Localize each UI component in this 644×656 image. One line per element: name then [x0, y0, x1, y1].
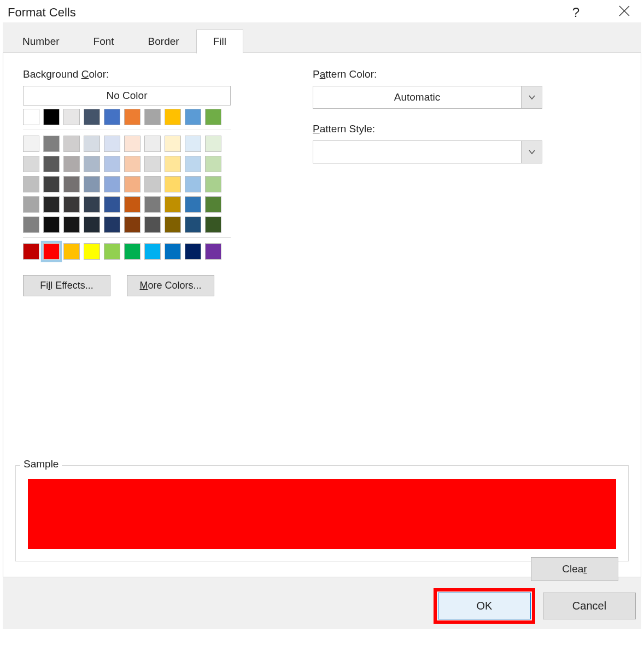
color-swatch[interactable] [185, 109, 201, 125]
tab-bar: Number Font Border Fill [3, 22, 641, 53]
help-icon[interactable]: ? [572, 5, 585, 20]
no-color-button[interactable]: No Color [23, 86, 231, 106]
color-swatch[interactable] [144, 176, 161, 192]
color-swatch[interactable] [104, 136, 120, 152]
color-swatch[interactable] [63, 156, 80, 172]
color-swatch[interactable] [165, 243, 181, 260]
color-swatch[interactable] [185, 216, 201, 233]
chevron-down-icon[interactable] [521, 141, 542, 163]
color-swatch[interactable] [144, 243, 161, 260]
theme-shade-row [23, 136, 231, 152]
color-swatch[interactable] [84, 243, 100, 260]
color-swatch[interactable] [23, 196, 39, 213]
color-swatch[interactable] [63, 176, 80, 192]
cancel-button[interactable]: Cancel [543, 593, 636, 619]
clear-button[interactable]: Clear [531, 557, 618, 581]
color-swatch[interactable] [43, 243, 60, 260]
tab-fill[interactable]: Fill [196, 30, 243, 54]
color-swatch[interactable] [23, 136, 39, 152]
color-swatch[interactable] [165, 136, 181, 152]
color-swatch[interactable] [63, 196, 80, 213]
color-swatch[interactable] [104, 196, 120, 213]
color-swatch[interactable] [124, 109, 140, 125]
color-swatch[interactable] [104, 109, 120, 125]
color-swatch[interactable] [84, 196, 100, 213]
more-colors-button[interactable]: More Colors... [127, 275, 214, 296]
color-swatch[interactable] [43, 176, 60, 192]
color-swatch[interactable] [185, 196, 201, 213]
color-swatch[interactable] [63, 243, 80, 260]
color-swatch[interactable] [43, 156, 60, 172]
theme-shade-row [23, 216, 231, 233]
color-swatch[interactable] [185, 156, 201, 172]
color-swatch[interactable] [43, 196, 60, 213]
color-swatch[interactable] [23, 243, 39, 260]
label-accelerator: C [81, 68, 89, 80]
color-swatch[interactable] [84, 156, 100, 172]
color-swatch[interactable] [185, 176, 201, 192]
theme-row [23, 109, 231, 125]
color-swatch[interactable] [165, 196, 181, 213]
color-swatch[interactable] [104, 243, 120, 260]
tab-font[interactable]: Font [77, 30, 131, 54]
color-swatch[interactable] [104, 156, 120, 172]
color-swatch[interactable] [63, 109, 80, 125]
theme-color-grid [23, 109, 231, 260]
color-swatch[interactable] [205, 216, 221, 233]
color-swatch[interactable] [23, 216, 39, 233]
color-swatch[interactable] [84, 109, 100, 125]
color-swatch[interactable] [205, 196, 221, 213]
color-swatch[interactable] [23, 109, 39, 125]
divider [23, 237, 231, 238]
fill-effects-button[interactable]: Fill Effects... [23, 275, 110, 296]
tab-border[interactable]: Border [131, 30, 196, 54]
color-swatch[interactable] [124, 156, 140, 172]
color-swatch[interactable] [144, 156, 161, 172]
close-icon[interactable] [618, 4, 631, 20]
ok-button[interactable]: OK [438, 593, 531, 619]
color-swatch[interactable] [124, 196, 140, 213]
color-swatch[interactable] [205, 176, 221, 192]
color-swatch[interactable] [124, 243, 140, 260]
chevron-down-icon[interactable] [521, 86, 542, 108]
color-swatch[interactable] [124, 136, 140, 152]
color-swatch[interactable] [84, 136, 100, 152]
color-swatch[interactable] [185, 243, 201, 260]
color-swatch[interactable] [165, 109, 181, 125]
color-swatch[interactable] [63, 216, 80, 233]
pattern-color-value: Automatic [313, 86, 521, 108]
pattern-section: Pattern Color: Automatic Pattern Style: [313, 68, 621, 296]
theme-shade-row [23, 156, 231, 172]
color-swatch[interactable] [144, 216, 161, 233]
pattern-color-dropdown[interactable]: Automatic [313, 86, 542, 109]
color-swatch[interactable] [63, 136, 80, 152]
color-swatch[interactable] [144, 109, 161, 125]
standard-row [23, 243, 231, 260]
color-swatch[interactable] [144, 196, 161, 213]
color-swatch[interactable] [205, 243, 221, 260]
color-swatch[interactable] [23, 176, 39, 192]
color-swatch[interactable] [124, 176, 140, 192]
tab-number[interactable]: Number [5, 30, 77, 54]
color-swatch[interactable] [185, 136, 201, 152]
color-swatch[interactable] [165, 176, 181, 192]
color-swatch[interactable] [205, 156, 221, 172]
color-swatch[interactable] [165, 216, 181, 233]
color-swatch[interactable] [84, 176, 100, 192]
color-swatch[interactable] [104, 216, 120, 233]
color-swatch[interactable] [104, 176, 120, 192]
color-swatch[interactable] [43, 216, 60, 233]
color-swatch[interactable] [23, 156, 39, 172]
color-swatch[interactable] [43, 136, 60, 152]
color-swatch[interactable] [84, 216, 100, 233]
pattern-style-dropdown[interactable] [313, 140, 542, 163]
tab-panel-fill: Background Color: No Color Fill Effects.… [3, 52, 641, 577]
color-swatch[interactable] [165, 156, 181, 172]
background-color-label: Background Color: [23, 68, 253, 80]
color-swatch[interactable] [205, 109, 221, 125]
color-swatch[interactable] [43, 109, 60, 125]
color-swatch[interactable] [124, 216, 140, 233]
color-swatch[interactable] [144, 136, 161, 152]
dialog-footer: OK Cancel [434, 588, 636, 624]
color-swatch[interactable] [205, 136, 221, 152]
